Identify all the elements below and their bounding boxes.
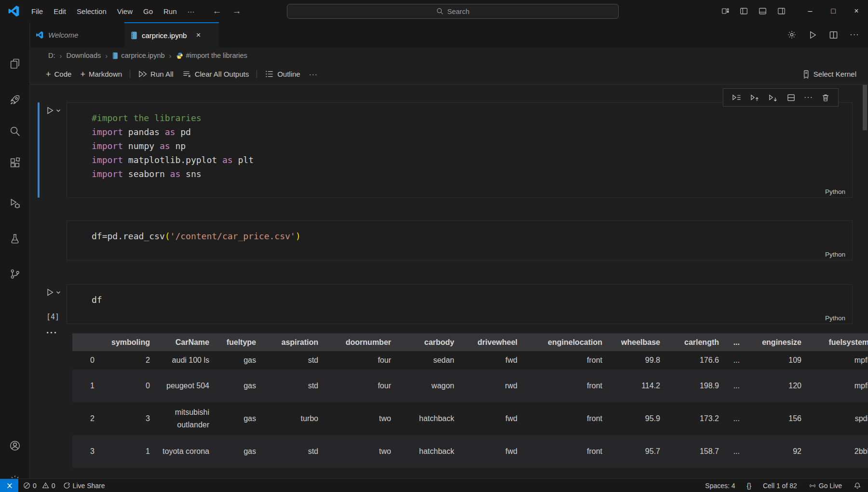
problems-indicator[interactable]: 0 0 — [23, 482, 55, 490]
indentation-status[interactable]: Spaces: 4 — [705, 482, 735, 490]
code-line[interactable]: df — [92, 293, 852, 307]
cell-language-picker[interactable]: Python — [825, 188, 845, 195]
live-share-button[interactable]: Live Share — [63, 482, 105, 490]
code-cell-1[interactable]: #import the librariesimport pandas as pd… — [67, 102, 853, 198]
menu-run[interactable]: Run — [158, 5, 182, 18]
search-input[interactable]: Search — [287, 4, 619, 19]
source-control-icon[interactable] — [9, 268, 21, 280]
split-editor-icon[interactable] — [829, 30, 838, 40]
notebook-toolbar: + Code + Markdown Run All Clear All Outp… — [30, 64, 868, 85]
rocket-icon[interactable] — [9, 94, 21, 106]
maximize-button[interactable]: □ — [822, 0, 845, 22]
plus-icon: + — [46, 70, 51, 79]
code-line[interactable]: import pandas as pd — [92, 125, 852, 139]
add-code-cell-button[interactable]: + Code — [41, 68, 76, 81]
tab-welcome[interactable]: Welcome — [30, 22, 124, 47]
run-cell-button[interactable] — [46, 288, 61, 297]
code-token: as — [170, 169, 181, 179]
cell-language-picker[interactable]: Python — [825, 314, 845, 322]
execute-above-cells-icon[interactable] — [750, 93, 760, 102]
testing-flask-icon[interactable] — [9, 233, 21, 245]
add-markdown-cell-button[interactable]: + Markdown — [76, 68, 126, 81]
table-row-partial — [72, 468, 868, 475]
customize-layout-icon[interactable] — [721, 7, 730, 15]
cell-more-actions-icon[interactable]: ··· — [804, 93, 813, 102]
table-cell: mpfi — [808, 369, 868, 402]
tab-carprice[interactable]: carprice.ipynb × — [124, 22, 219, 47]
menu-selection[interactable]: Selection — [71, 5, 112, 18]
column-header: drivewheel — [461, 333, 524, 351]
code-cell-3[interactable]: df Python — [67, 284, 853, 324]
run-by-line-icon[interactable] — [732, 93, 742, 102]
menu-file[interactable]: File — [26, 5, 48, 18]
table-row: 23mitsubishi outlandergasturbotwohatchba… — [72, 402, 868, 435]
brackets-status-icon[interactable]: {} — [747, 482, 751, 490]
table-cell: 198.9 — [667, 369, 726, 402]
code-line[interactable]: import numpy as np — [92, 139, 852, 153]
table-cell: front — [524, 402, 609, 435]
account-icon[interactable] — [9, 439, 21, 452]
code-line[interactable]: df=pd.read_csv('/content/car_price.csv') — [92, 229, 852, 243]
search-sidebar-icon[interactable] — [9, 125, 21, 137]
explorer-icon[interactable] — [9, 58, 21, 70]
go-live-button[interactable]: Go Live — [809, 482, 842, 490]
menu-edit[interactable]: Edit — [48, 5, 71, 18]
toolbar-more-button[interactable]: ··· — [305, 68, 322, 81]
clear-all-outputs-button[interactable]: Clear All Outputs — [178, 67, 254, 81]
select-kernel-button[interactable]: Select Kernel — [802, 69, 856, 79]
menu-view[interactable]: View — [112, 5, 138, 18]
code-editor[interactable]: #import the librariesimport pandas as pd… — [67, 103, 852, 181]
execute-cell-and-below-icon[interactable] — [768, 93, 778, 102]
back-icon[interactable]: ← — [213, 6, 222, 16]
breadcrumb-cell[interactable]: #import the libraries — [176, 52, 247, 59]
code-editor[interactable]: df — [67, 285, 852, 307]
forward-icon[interactable]: → — [232, 6, 242, 16]
table-cell: 95.9 — [609, 402, 667, 435]
table-cell: 2 — [101, 351, 157, 369]
chevron-down-icon[interactable] — [56, 288, 61, 297]
breadcrumb-file[interactable]: carprice.ipynb — [112, 52, 164, 59]
run-debug-icon[interactable] — [9, 197, 21, 210]
run-all-button[interactable]: Run All — [134, 67, 178, 81]
menu-go[interactable]: Go — [138, 5, 158, 18]
plus-icon: + — [80, 70, 85, 79]
code-line[interactable]: import seaborn as sns — [92, 167, 852, 181]
cell-language-picker[interactable]: Python — [825, 251, 845, 258]
chevron-right-icon: › — [169, 52, 172, 60]
run-cell-button[interactable] — [46, 106, 61, 115]
toggle-secondary-sidebar-icon[interactable] — [777, 7, 786, 15]
minimize-button[interactable]: – — [799, 0, 822, 22]
menu-more-icon[interactable]: ··· — [182, 5, 200, 18]
table-cell: four — [325, 369, 398, 402]
run-file-icon[interactable] — [808, 30, 817, 40]
table-cell: peugeot 504 — [157, 369, 216, 402]
delete-cell-icon[interactable] — [821, 93, 830, 102]
tab-bar: Welcome carprice.ipynb × — [30, 22, 868, 47]
output-more-icon[interactable]: ··· — [46, 328, 57, 338]
code-editor[interactable]: df=pd.read_csv('/content/car_price.csv') — [67, 221, 852, 243]
outline-button[interactable]: Outline — [260, 67, 305, 81]
notifications-bell-icon[interactable] — [854, 482, 861, 490]
breadcrumb-drive[interactable]: D: — [48, 52, 55, 59]
cell-position-status[interactable]: Cell 1 of 82 — [763, 482, 797, 490]
toggle-panel-icon[interactable] — [758, 7, 767, 15]
code-cell-2[interactable]: df=pd.read_csv('/content/car_price.csv')… — [67, 220, 853, 260]
remote-indicator[interactable] — [0, 479, 18, 492]
tab-close-icon[interactable]: × — [196, 30, 201, 40]
table-row: 10peugeot 504gasstdfourwagonrwdfront114.… — [72, 369, 868, 402]
code-line[interactable]: import matplotlib.pyplot as plt — [92, 153, 852, 167]
code-line[interactable]: #import the libraries — [92, 111, 852, 125]
toggle-sidebar-icon[interactable] — [739, 7, 748, 15]
scrollbar-thumb[interactable] — [863, 85, 867, 130]
chevron-down-icon[interactable] — [56, 106, 61, 115]
split-cell-icon[interactable] — [787, 93, 796, 102]
editor-settings-gear-icon[interactable] — [787, 30, 797, 40]
close-window-button[interactable]: × — [845, 0, 868, 22]
notebook-icon — [130, 31, 137, 40]
code-token: np — [170, 141, 186, 151]
breadcrumb-downloads[interactable]: Downloads — [67, 52, 101, 59]
extensions-icon[interactable] — [9, 157, 21, 169]
column-header: aspiration — [263, 333, 325, 351]
editor-more-actions-icon[interactable]: ··· — [850, 30, 859, 40]
code-token: numpy — [123, 141, 160, 151]
